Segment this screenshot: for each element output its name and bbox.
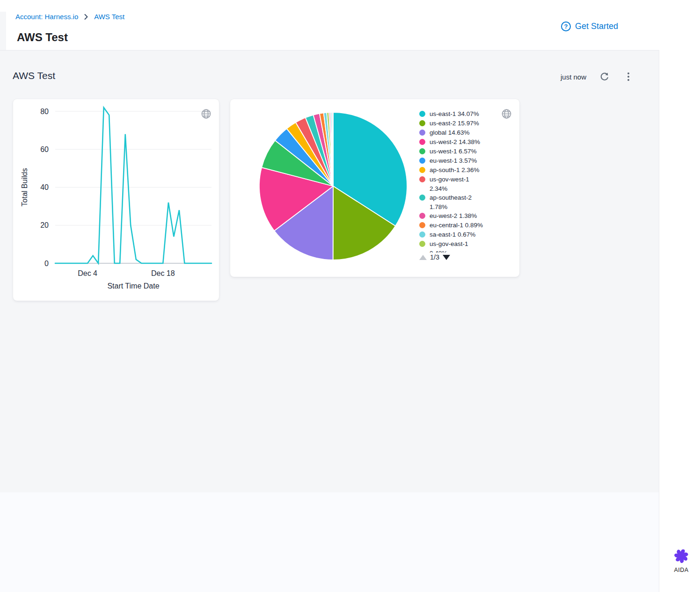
breadcrumb-account-link[interactable]: Account: Harness.io	[15, 13, 78, 21]
more-options-button[interactable]	[623, 71, 634, 82]
legend-item[interactable]: eu-west-1 3.57%	[419, 156, 498, 166]
svg-text:20: 20	[40, 221, 49, 229]
legend-label: eu-central-1 0.89%	[430, 221, 483, 230]
get-started-link[interactable]: ? Get Started	[561, 22, 618, 31]
pie-chart	[230, 99, 417, 277]
legend-item[interactable]: ap-southeast-21.78%	[419, 193, 498, 211]
legend-swatch-icon	[419, 231, 425, 238]
legend-item[interactable]: sa-east-1 0.67%	[419, 230, 498, 239]
legend-swatch-icon	[419, 222, 425, 228]
legend-item[interactable]: eu-west-2 1.38%	[419, 211, 498, 221]
legend-swatch-icon	[419, 120, 425, 126]
pie-legend: us-east-1 34.07%us-east-2 15.97%global 1…	[419, 109, 498, 253]
legend-item[interactable]: us-east-1 34.07%	[419, 109, 498, 119]
legend-label: eu-west-2 1.38%	[430, 211, 477, 221]
right-rail-divider	[659, 50, 659, 592]
legend-item[interactable]: us-gov-west-12.34%	[419, 175, 498, 193]
legend-swatch-icon	[419, 158, 425, 164]
header-divider	[0, 50, 659, 51]
globe-icon[interactable]	[501, 108, 512, 121]
aida-label: AIDA	[674, 567, 688, 573]
total-builds-chart-card: 020406080Dec 4Dec 18Start Time DateTotal…	[13, 99, 219, 301]
legend-swatch-icon	[419, 241, 425, 247]
legend-item[interactable]: us-east-2 15.97%	[419, 119, 498, 128]
legend-page-indicator: 1/3	[430, 253, 439, 261]
globe-icon[interactable]	[201, 108, 211, 121]
legend-label: ap-south-1 2.36%	[430, 166, 480, 175]
legend-label: us-gov-west-12.34%	[430, 175, 469, 193]
svg-text:0: 0	[44, 260, 49, 267]
svg-text:60: 60	[40, 145, 49, 153]
legend-label: us-west-2 14.38%	[430, 137, 480, 147]
legend-item[interactable]: eu-central-1 0.89%	[419, 221, 498, 230]
svg-text:40: 40	[40, 183, 49, 191]
legend-item[interactable]: us-gov-east-10.48%	[419, 239, 498, 253]
legend-swatch-icon	[419, 130, 425, 136]
legend-item[interactable]: global 14.63%	[419, 128, 498, 137]
legend-pager: 1/3	[419, 253, 450, 261]
legend-page-down-icon[interactable]	[443, 255, 450, 260]
page-title: AWS Test	[17, 31, 68, 44]
region-pie-chart-card: us-east-1 34.07%us-east-2 15.97%global 1…	[230, 99, 519, 277]
breadcrumb: Account: Harness.io AWS Test	[15, 13, 124, 21]
legend-label: global 14.63%	[430, 128, 470, 137]
last-refreshed-label: just now	[561, 73, 586, 81]
refresh-button[interactable]	[599, 71, 610, 82]
svg-text:Dec 18: Dec 18	[151, 269, 175, 277]
svg-text:80: 80	[40, 108, 49, 116]
chevron-right-icon	[84, 14, 88, 20]
refresh-icon	[599, 72, 610, 82]
legend-swatch-icon	[419, 195, 425, 201]
legend-label: us-east-1 34.07%	[430, 109, 479, 119]
dashboard-page: Account: Harness.io AWS Test AWS Test ? …	[0, 0, 700, 592]
legend-label: eu-west-1 3.57%	[430, 156, 477, 166]
legend-label: us-gov-east-10.48%	[430, 239, 468, 253]
get-started-label: Get Started	[575, 22, 618, 31]
legend-label: us-east-2 15.97%	[430, 119, 479, 128]
legend-swatch-icon	[419, 111, 425, 117]
svg-text:Total Builds: Total Builds	[21, 168, 29, 207]
kebab-menu-icon	[627, 72, 629, 81]
svg-text:Dec 4: Dec 4	[78, 269, 97, 277]
legend-item[interactable]: ap-south-1 2.36%	[419, 166, 498, 175]
svg-text:Start Time Date: Start Time Date	[107, 282, 159, 290]
aida-flower-icon	[672, 547, 690, 565]
legend-swatch-icon	[419, 176, 425, 182]
legend-label: ap-southeast-21.78%	[430, 193, 472, 211]
legend-swatch-icon	[419, 139, 425, 145]
legend-swatch-icon	[419, 148, 425, 154]
legend-page-up-icon[interactable]	[419, 255, 427, 260]
bottom-background	[0, 492, 659, 592]
aida-assistant-button[interactable]: AIDA	[668, 547, 695, 573]
legend-swatch-icon	[419, 213, 425, 219]
legend-label: us-west-1 6.57%	[430, 147, 477, 156]
left-gutter	[0, 12, 6, 50]
legend-item[interactable]: us-west-1 6.57%	[419, 147, 498, 156]
breadcrumb-current-link[interactable]: AWS Test	[94, 13, 124, 21]
help-icon: ?	[561, 22, 571, 31]
line-chart: 020406080Dec 4Dec 18Start Time DateTotal…	[13, 99, 219, 301]
legend-item[interactable]: us-west-2 14.38%	[419, 137, 498, 147]
legend-swatch-icon	[419, 167, 425, 173]
dashboard-title: AWS Test	[13, 70, 55, 81]
legend-label: sa-east-1 0.67%	[430, 230, 475, 239]
dashboard-toolbar: just now	[561, 71, 634, 82]
